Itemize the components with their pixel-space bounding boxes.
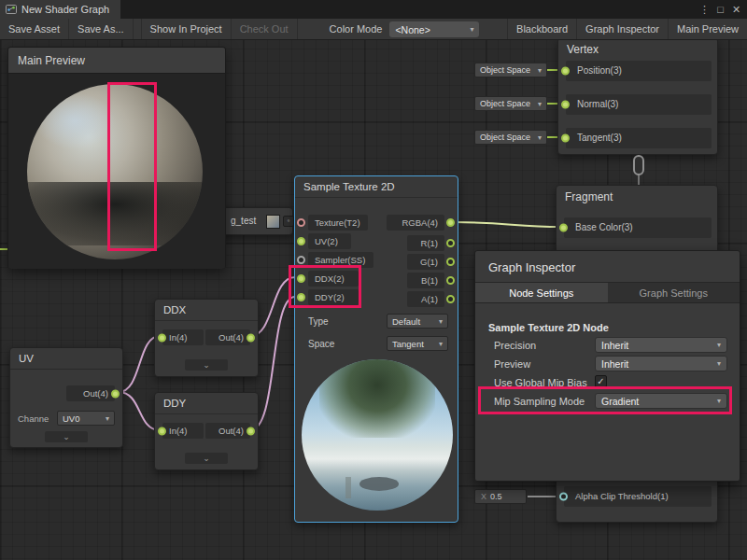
uv-node-title[interactable]: UV [10,348,122,370]
port-dot[interactable] [297,293,305,301]
global-mip-bias-checkbox[interactable]: ✓ [595,375,607,387]
port-dot[interactable] [297,237,305,245]
titlebar: New Shader Graph ⋮ □ ✕ [0,0,747,19]
port-dot[interactable] [561,101,570,109]
ddx-out-port[interactable]: Out(4) [205,329,250,345]
sample-space-dropdown[interactable]: Tangent▾ [387,336,448,351]
port-dot[interactable] [446,295,455,303]
ddy-collapse-button[interactable]: ⌄ [185,453,228,464]
ddx-node-title[interactable]: DDX [155,300,258,321]
alpha-clip-field[interactable]: X 0.5 [474,489,527,504]
chevron-down-icon: ▾ [439,317,443,326]
port-dot[interactable] [561,134,570,143]
show-in-project-button[interactable]: Show In Project [141,19,232,39]
chevron-down-icon: ▾ [717,359,721,368]
window-tab[interactable]: New Shader Graph [0,0,120,19]
sample-texture-2d-node[interactable]: Sample Texture 2D Texture(T2) UV(2) Samp… [294,175,458,523]
menu-icon[interactable]: ⋮ [697,4,712,16]
chevron-down-icon: ▾ [538,66,542,75]
port-dot[interactable] [247,333,255,342]
port-dot[interactable] [111,389,120,398]
uv-out-port[interactable]: Out(4) [66,385,115,401]
inspector-tabs: Node Settings Graph Settings [475,282,740,303]
vertex-normal-port[interactable]: Normal(3) [566,94,712,115]
uv-node[interactable]: UV Out(4) Channe UV0 ▾ ⌄ [9,347,123,448]
port-dot[interactable] [297,218,305,227]
tab-node-settings[interactable]: Node Settings [475,283,608,302]
close-icon[interactable]: ✕ [728,4,744,16]
block-link-icon [633,155,644,175]
sample-out-b[interactable]: B(1) [407,273,444,288]
edge-rgba-to-basecolor[interactable] [454,222,561,227]
sample-out-rgba[interactable]: RGBA(4) [387,215,444,231]
sample-in-ddy[interactable]: DDY(2) [308,289,359,305]
sample-in-texture[interactable]: Texture(T2) [308,215,368,231]
normal-space-dropdown[interactable]: Object Space▾ [474,96,547,111]
tab-graph-settings[interactable]: Graph Settings [608,283,740,302]
chevron-down-icon: ▾ [106,414,109,423]
vertex-block[interactable]: Vertex Position(3) Normal(3) Tangent(3) [557,37,718,155]
port-dot[interactable] [158,333,166,342]
inspector-title[interactable]: Graph Inspector [475,251,740,282]
tangent-space-dropdown[interactable]: Object Space▾ [474,130,547,145]
sample-type-label: Type [308,316,329,327]
ddx-node[interactable]: DDX In(4) Out(4) ⌄ [154,299,259,377]
sample-in-ddx[interactable]: DDX(2) [308,271,359,287]
port-dot[interactable] [559,224,568,232]
port-dot[interactable] [446,258,455,266]
port-dot[interactable] [446,218,455,227]
sample-in-sampler[interactable]: Sampler(SS) [308,252,374,268]
vertex-position-port[interactable]: Position(3) [566,61,712,81]
graph-inspector-panel[interactable]: Graph Inspector Node Settings Graph Sett… [474,250,740,482]
save-as-button[interactable]: Save As... [69,19,134,39]
main-preview-panel[interactable]: Main Preview [7,47,226,269]
ddx-in-port[interactable]: In(4) [162,329,204,345]
port-dot[interactable] [446,276,455,285]
window-controls: ⋮ □ ✕ [697,4,747,16]
blackboard-toggle-button[interactable]: Blackboard [507,19,576,39]
ddy-node[interactable]: DDY In(4) Out(4) ⌄ [154,392,259,470]
texture-output-port[interactable]: ◦ [283,216,294,227]
save-asset-button[interactable]: Save Asset [0,19,69,39]
ddx-collapse-button[interactable]: ⌄ [185,359,228,371]
vertex-tangent-port[interactable]: Tangent(3) [566,128,712,148]
port-dot[interactable] [561,67,570,76]
preview-tree [319,359,434,438]
mip-sampling-mode-dropdown[interactable]: Gradient▾ [595,393,727,409]
sample-space-label: Space [308,339,334,349]
ddy-out-port[interactable]: Out(4) [205,423,250,439]
main-preview-toggle-button[interactable]: Main Preview [668,19,747,39]
port-dot[interactable] [158,427,166,435]
port-dot[interactable] [446,239,455,247]
precision-label: Precision [494,340,536,351]
sample-out-g[interactable]: G(1) [407,254,444,270]
port-dot[interactable] [247,427,255,435]
sample-in-uv[interactable]: UV(2) [308,233,351,249]
ddy-node-title[interactable]: DDY [155,393,258,414]
port-dot[interactable] [297,256,305,264]
sample-type-dropdown[interactable]: Default▾ [387,314,448,329]
fragment-alphaclip-port[interactable]: Alpha Clip Threshold(1) [564,486,712,507]
uv-collapse-button[interactable]: ⌄ [45,431,88,442]
toolbar: Save Asset Save As... Show In Project Ch… [0,19,747,40]
sample-node-preview-sphere [302,359,453,511]
main-preview-sphere [27,84,203,259]
sample-node-title[interactable]: Sample Texture 2D [295,176,458,198]
graph-inspector-toggle-button[interactable]: Graph Inspector [576,19,668,39]
position-space-dropdown[interactable]: Object Space▾ [474,63,547,77]
port-dot[interactable] [297,274,305,283]
color-mode-dropdown[interactable]: <None> ▾ [389,21,479,37]
shader-graph-icon [6,4,17,15]
fragment-basecolor-port[interactable]: Base Color(3) [564,217,712,238]
main-preview-title[interactable]: Main Preview [8,48,225,74]
sample-out-r[interactable]: R(1) [407,235,444,251]
sample-out-a[interactable]: A(1) [407,291,444,307]
preview-dropdown[interactable]: Inherit▾ [595,356,727,371]
inspector-node-heading: Sample Texture 2D Node [488,322,609,333]
uv-channel-dropdown[interactable]: UV0 ▾ [57,411,115,426]
port-dot[interactable] [559,493,568,501]
fragment-title: Fragment [557,186,717,208]
ddy-in-port[interactable]: In(4) [162,423,204,439]
maximize-icon[interactable]: □ [712,4,728,15]
precision-dropdown[interactable]: Inherit▾ [595,337,727,353]
